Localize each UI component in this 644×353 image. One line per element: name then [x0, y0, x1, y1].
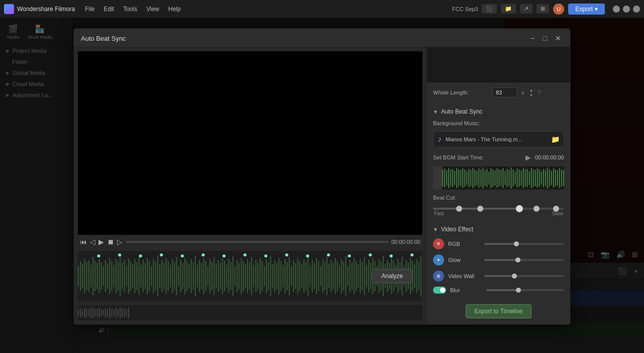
music-note-icon: ♪ — [438, 135, 442, 144]
video-wall-thumb[interactable] — [512, 274, 517, 279]
glow-slider[interactable] — [484, 259, 564, 261]
svg-rect-219 — [466, 171, 467, 185]
svg-rect-8 — [94, 261, 95, 291]
svg-rect-43 — [168, 261, 169, 291]
svg-point-179 — [390, 254, 393, 257]
beat-cut-thumb-1[interactable] — [456, 206, 462, 212]
effect-glow-row: ✦ Glow — [427, 252, 570, 268]
step-back-button[interactable]: ⏮ — [80, 238, 87, 246]
svg-rect-196 — [109, 307, 110, 318]
rgb-slider[interactable] — [484, 243, 564, 245]
share-btn[interactable]: ↗ — [520, 4, 532, 14]
svg-rect-256 — [541, 171, 542, 185]
svg-rect-253 — [535, 170, 536, 186]
step-forward-button[interactable]: ▷ — [117, 238, 123, 246]
preview-progress-bar[interactable] — [126, 241, 388, 243]
svg-rect-65 — [213, 257, 214, 295]
svg-point-173 — [264, 254, 267, 257]
menu-file[interactable]: File — [81, 4, 98, 15]
video-wall-label: Video Wall — [448, 273, 480, 279]
export-to-timeline-button[interactable]: Export to Timeline — [466, 304, 531, 318]
svg-rect-6 — [90, 265, 91, 287]
svg-rect-185 — [86, 309, 87, 317]
svg-rect-53 — [188, 264, 189, 288]
svg-rect-205 — [128, 307, 129, 318]
monitor-btn[interactable]: ⬛ — [482, 4, 497, 14]
menu-help[interactable]: Help — [164, 4, 185, 15]
beat-cut-thumb-main[interactable] — [516, 205, 523, 212]
svg-rect-48 — [178, 266, 179, 286]
whole-length-input[interactable] — [492, 87, 517, 98]
svg-rect-188 — [92, 307, 93, 318]
svg-rect-34 — [149, 261, 150, 291]
dialog-close[interactable]: ✕ — [553, 34, 563, 43]
svg-rect-122 — [333, 263, 334, 289]
minimize-button[interactable] — [613, 6, 620, 13]
svg-point-176 — [327, 253, 330, 256]
beat-cut-thumb-2[interactable] — [477, 206, 483, 212]
svg-rect-135 — [360, 259, 361, 293]
svg-rect-86 — [258, 263, 259, 289]
svg-rect-218 — [464, 169, 465, 187]
svg-rect-183 — [82, 310, 83, 316]
close-button[interactable] — [633, 6, 640, 13]
blur-slider[interactable] — [486, 289, 564, 291]
dialog-maximize[interactable]: □ — [541, 34, 549, 43]
beat-cut-fill — [433, 208, 519, 210]
extensions-btn[interactable]: ⊞ — [536, 4, 549, 14]
folder-btn[interactable]: 📁 — [501, 4, 516, 14]
svg-rect-161 — [414, 264, 415, 288]
svg-rect-242 — [513, 169, 514, 187]
glow-thumb[interactable] — [515, 257, 520, 262]
svg-rect-51 — [184, 258, 185, 294]
svg-rect-79 — [243, 261, 244, 291]
menu-edit[interactable]: Edit — [100, 4, 119, 15]
analyze-button[interactable]: Analyze — [372, 269, 412, 283]
svg-rect-236 — [501, 170, 502, 186]
svg-rect-204 — [126, 310, 127, 316]
svg-rect-69 — [222, 258, 223, 294]
svg-rect-226 — [480, 169, 481, 187]
blur-thumb[interactable] — [516, 288, 521, 293]
stepper[interactable]: ▲ ▼ — [529, 88, 533, 98]
mini-waveform-svg — [433, 166, 564, 190]
glow-label: Glow — [448, 257, 480, 263]
svg-rect-209 — [446, 170, 447, 186]
video-wall-slider[interactable] — [484, 275, 564, 277]
svg-rect-126 — [341, 259, 342, 293]
dialog-settings-panel: Whole Length: s ▲ ▼ ? ▼ Auto Beat Sync — [427, 47, 570, 324]
svg-rect-238 — [505, 171, 506, 185]
menu-tools[interactable]: Tools — [119, 4, 141, 15]
beat-cut-thumb-4[interactable] — [553, 206, 559, 212]
svg-rect-162 — [416, 259, 417, 293]
svg-rect-78 — [241, 258, 242, 294]
window-controls — [613, 6, 640, 13]
play-back-button[interactable]: ◁ — [90, 238, 95, 246]
svg-rect-44 — [170, 265, 171, 287]
rgb-thumb[interactable] — [514, 241, 519, 246]
music-filename: Manos Mars - The Tunning.m... — [446, 136, 547, 142]
beat-cut-slider-track[interactable] — [433, 208, 564, 210]
play-button[interactable]: ▶ — [98, 238, 104, 246]
video-effect-section[interactable]: ▼ Video Effect — [427, 222, 570, 236]
blur-toggle[interactable] — [433, 287, 446, 294]
version-label: FCC Sep3 — [452, 6, 478, 12]
svg-rect-62 — [207, 266, 208, 286]
bgm-play-icon[interactable]: ▶ — [525, 153, 531, 161]
svg-rect-127 — [343, 262, 344, 290]
export-button[interactable]: Export ▾ — [568, 4, 605, 15]
browse-folder-icon[interactable]: 📁 — [551, 135, 560, 143]
svg-rect-98 — [282, 265, 283, 287]
dialog-minimize[interactable]: − — [528, 34, 536, 43]
auto-beat-sync-section[interactable]: ▼ Auto Beat Sync — [427, 104, 570, 118]
stop-button[interactable]: ⏹ — [107, 238, 114, 246]
help-icon[interactable]: ? — [537, 89, 541, 96]
svg-rect-210 — [448, 168, 449, 188]
svg-rect-116 — [320, 266, 321, 286]
maximize-button[interactable] — [623, 6, 630, 13]
menu-view[interactable]: View — [142, 4, 163, 15]
svg-rect-12 — [103, 266, 104, 286]
svg-rect-214 — [456, 168, 457, 188]
waveform-svg — [78, 251, 422, 301]
beat-cut-thumb-3[interactable] — [533, 206, 540, 212]
